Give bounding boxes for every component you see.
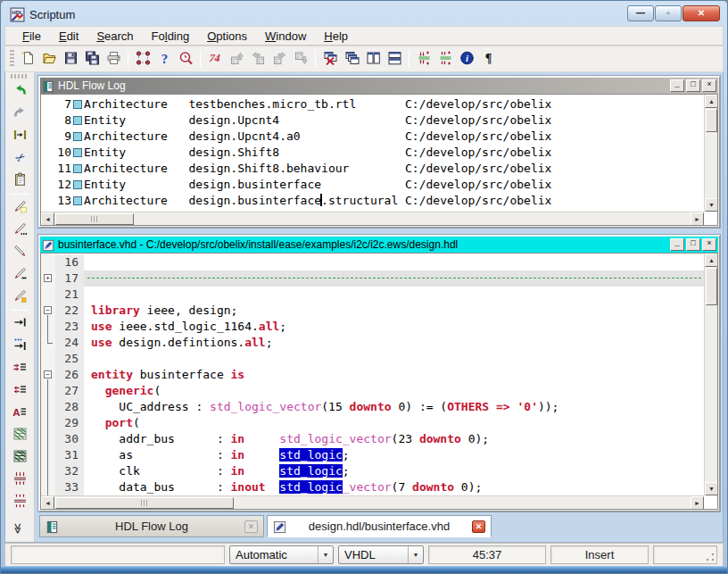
help-button[interactable]: ? [153,48,175,70]
menu-file[interactable]: File [14,28,49,45]
scroll-right-icon[interactable]: ► [691,496,704,510]
log-marker-icon[interactable] [73,132,82,141]
log-row[interactable]: 8Entitydesign.Upcnt4C:/develop/src/obeli… [41,112,704,129]
pilcrow-button[interactable]: ¶ [477,48,499,70]
editor-content[interactable]: 16+1721−22library ieee, design;23use iee… [40,253,718,510]
editor-maximize-button[interactable]: □ [686,238,700,251]
menu-help[interactable]: Help [316,28,356,45]
tab-design-hdl-businterface-vhd[interactable]: design.hdl/businterface.vhd✕ [267,515,492,537]
scroll-thumb[interactable] [55,497,234,509]
editor-title-bar[interactable]: businterface.vhd - C:/develop/src/obelix… [40,237,718,253]
flow-log-minimize-button[interactable]: _ [670,79,684,92]
comment-block-button[interactable] [9,424,31,446]
chevron-down-icon[interactable]: ▼ [318,546,333,563]
fold-expand-icon[interactable]: + [44,274,52,282]
menu-window[interactable]: Window [257,28,314,45]
flow-log-horizontal-scrollbar[interactable]: ◄ ► [41,212,704,225]
tab-stop-dots-button[interactable] [9,335,31,357]
expand-text-button[interactable] [434,48,456,70]
more-buttons-chevron-icon[interactable]: ≫ [12,523,24,535]
scroll-thumb[interactable] [55,213,134,225]
log-marker-icon[interactable] [73,180,82,189]
hdl-flow-button[interactable] [132,48,153,70]
scroll-up-icon[interactable]: ▲ [705,254,718,267]
log-marker-icon[interactable] [73,196,82,205]
log-marker-icon[interactable] [73,148,82,157]
menu-search[interactable]: Search [88,28,141,45]
move-back-button[interactable] [247,48,269,70]
cascade-windows-button[interactable] [341,48,362,70]
menu-options[interactable]: Options [199,28,255,45]
flow-log-vertical-scrollbar[interactable]: ▲ ▼ [704,95,717,212]
scroll-down-icon[interactable]: ▼ [705,198,718,212]
toolbar-gripper[interactable] [11,74,29,79]
language-combobox[interactable]: VHDL ▼ [338,545,424,564]
log-marker-icon[interactable] [73,164,82,173]
log-row[interactable]: 11Architecturedesign.Shift8.behaviourC:/… [41,161,704,177]
highlight-pen-slash-button[interactable] [9,241,31,263]
tile-horizontal-button[interactable] [384,48,405,70]
tile-vertical-button[interactable] [362,48,384,70]
minimize-button[interactable]: — [627,5,654,21]
save-all-button[interactable] [81,48,103,70]
resize-grip[interactable] [653,545,717,564]
highlight-pen-dots-button[interactable] [9,219,31,241]
compress-text-button[interactable] [413,48,434,70]
log-row[interactable]: 13Architecturedesign.businterface.struct… [41,193,704,209]
scroll-left-icon[interactable]: ◄ [41,212,54,226]
save-file-button[interactable] [60,48,81,70]
highlight-pen-button[interactable] [9,196,31,219]
scroll-up-icon[interactable]: ▲ [705,95,718,108]
info-button[interactable]: i [456,48,477,70]
highlight-pen-minus-button[interactable] [9,263,31,286]
chevron-down-icon[interactable]: ▼ [408,546,423,563]
editor-minimize-button[interactable]: _ [670,238,684,251]
open-file-button[interactable] [38,48,60,70]
scroll-thumb[interactable] [706,109,717,132]
cut-button[interactable]: ✂ [9,147,31,170]
undo-button[interactable] [9,80,31,103]
redo-button[interactable] [9,103,31,125]
flow-log-content[interactable]: 7Architecturetestbenches.micro_tb.rtlC:/… [40,94,718,226]
align-text-button[interactable]: A [9,402,31,424]
paste-button[interactable] [9,170,31,192]
tab-close-button[interactable]: ✕ [244,520,258,533]
flow-log-title-bar[interactable]: HDL Flow Log _ □ × [40,78,718,94]
merge-lines-button[interactable] [9,125,31,147]
indent-lines-button[interactable] [9,357,31,379]
editor-horizontal-scrollbar[interactable]: ◄ ► [41,495,704,509]
editor-vertical-scrollbar[interactable]: ▲ ▼ [704,254,717,495]
close-button[interactable]: ✕ [682,5,720,21]
numeric-74-button[interactable]: 74 [204,48,226,70]
log-row[interactable]: 12Entitydesign.businterfaceC:/develop/sr… [41,177,704,193]
log-row[interactable]: 9Architecturedesign.Upcnt4.a0C:/develop/… [41,129,704,145]
outdent-lines-button[interactable] [9,379,31,402]
move-forward-button[interactable] [269,48,290,70]
editor-close-button[interactable]: × [702,238,716,251]
scroll-right-icon[interactable]: ► [691,212,704,226]
tab-stop-button[interactable] [9,312,31,335]
increase-spacing-button[interactable] [9,469,31,491]
fold-collapse-icon[interactable]: − [44,306,52,314]
syntax-mode-combobox[interactable]: Automatic ▼ [229,545,334,564]
scroll-down-icon[interactable]: ▼ [705,482,718,495]
scroll-left-icon[interactable]: ◄ [41,496,54,510]
move-down-button[interactable] [290,48,311,70]
toolbar-gripper[interactable] [10,50,14,68]
log-row[interactable]: 7Architecturetestbenches.micro_tb.rtlC:/… [41,96,704,112]
close-all-windows-button[interactable] [319,48,341,70]
move-up-button[interactable] [226,48,247,70]
tab-close-button[interactable]: ✕ [472,520,485,533]
fold-collapse-icon[interactable]: − [44,370,52,379]
flow-log-maximize-button[interactable]: □ [686,79,700,92]
menu-edit[interactable]: Edit [51,28,87,45]
tab-hdl-flow-log[interactable]: HDL Flow Log✕ [39,515,264,537]
decrease-spacing-button[interactable] [9,491,31,513]
log-row[interactable]: 10Entitydesign.Shift8C:/develop/src/obel… [41,145,704,161]
uncomment-block-button[interactable] [9,446,31,469]
scroll-thumb[interactable] [706,268,717,305]
new-file-button[interactable] [17,48,38,70]
flow-log-close-button[interactable]: × [702,79,716,92]
maximize-button[interactable]: ▫ [655,5,682,21]
print-preview-button[interactable] [175,48,196,70]
